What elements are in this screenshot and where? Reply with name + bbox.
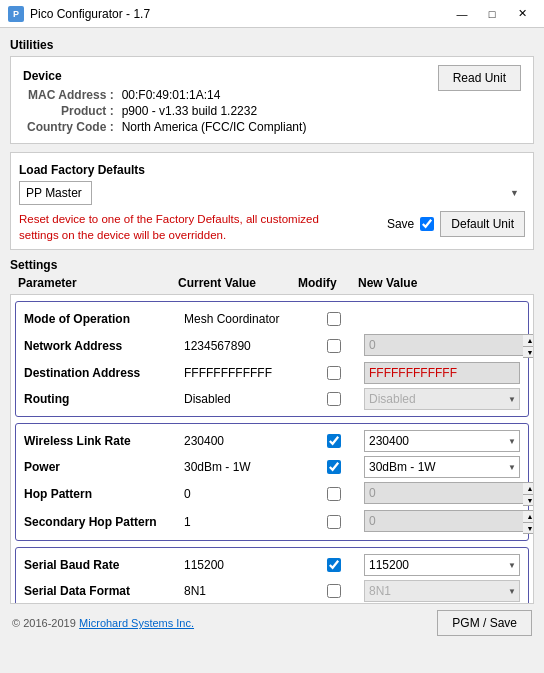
param-hop-pattern: Hop Pattern bbox=[24, 487, 184, 501]
modify-checkbox-power[interactable] bbox=[327, 460, 341, 474]
table-row: Hop Pattern 0 ▲ ▼ bbox=[16, 480, 528, 508]
modify-checkbox-secondary-hop[interactable] bbox=[327, 515, 341, 529]
current-hop-pattern: 0 bbox=[184, 487, 304, 501]
select-wrap-format[interactable]: 8N1 8E1 8O1 bbox=[364, 580, 520, 602]
save-label: Save bbox=[387, 217, 414, 231]
select-wireless[interactable]: 230400 115200 57600 bbox=[364, 430, 520, 452]
param-serial-baud-rate: Serial Baud Rate bbox=[24, 558, 184, 572]
modify-serial-data-format bbox=[304, 584, 364, 598]
input-destination[interactable] bbox=[364, 362, 520, 384]
param-wireless-link-rate: Wireless Link Rate bbox=[24, 434, 184, 448]
modify-checkbox-destination[interactable] bbox=[327, 366, 341, 380]
current-mode-of-operation: Mesh Coordinator bbox=[184, 312, 304, 326]
modify-checkbox-routing[interactable] bbox=[327, 392, 341, 406]
new-val-routing[interactable]: Disabled Enabled bbox=[364, 388, 520, 410]
current-destination-address: FFFFFFFFFFFF bbox=[184, 366, 304, 380]
modify-checkbox-hop[interactable] bbox=[327, 487, 341, 501]
spinner-buttons-hop: ▲ ▼ bbox=[523, 482, 534, 506]
header-parameter: Parameter bbox=[18, 276, 178, 290]
param-network-address: Network Address bbox=[24, 339, 184, 353]
param-power: Power bbox=[24, 460, 184, 474]
product-value: p900 - v1.33 build 1.2232 bbox=[118, 103, 311, 119]
modify-mode-of-operation bbox=[304, 312, 364, 326]
title-bar-left: P Pico Configurator - 1.7 bbox=[8, 6, 150, 22]
new-val-power[interactable]: 30dBm - 1W 27dBm 24dBm bbox=[364, 456, 520, 478]
default-unit-button[interactable]: Default Unit bbox=[440, 211, 525, 237]
header-new-value: New Value bbox=[358, 276, 526, 290]
current-network-address: 1234567890 bbox=[184, 339, 304, 353]
product-label: Product : bbox=[23, 103, 118, 119]
factory-select-wrapper[interactable]: PP Master PP Slave MP Master MP Slave bbox=[19, 181, 525, 205]
header-current-value: Current Value bbox=[178, 276, 298, 290]
spinner-secondary-hop[interactable]: ▲ ▼ bbox=[364, 510, 534, 534]
modify-checkbox-wireless[interactable] bbox=[327, 434, 341, 448]
spinner-up-network[interactable]: ▲ bbox=[523, 335, 534, 346]
select-baud[interactable]: 115200 57600 9600 bbox=[364, 554, 520, 576]
spinner-up-secondary-hop[interactable]: ▲ bbox=[523, 511, 534, 522]
maximize-button[interactable]: □ bbox=[478, 4, 506, 24]
select-format[interactable]: 8N1 8E1 8O1 bbox=[364, 580, 520, 602]
select-wrap-routing[interactable]: Disabled Enabled bbox=[364, 388, 520, 410]
new-val-wireless[interactable]: 230400 115200 57600 bbox=[364, 430, 520, 452]
current-routing: Disabled bbox=[184, 392, 304, 406]
modify-checkbox-network[interactable] bbox=[327, 339, 341, 353]
select-wrap-wireless[interactable]: 230400 115200 57600 bbox=[364, 430, 520, 452]
table-row: Wireless Link Rate 230400 230400 115200 … bbox=[16, 428, 528, 454]
modify-checkbox-format[interactable] bbox=[327, 584, 341, 598]
new-val-hop[interactable]: ▲ ▼ bbox=[364, 482, 534, 506]
spinner-down-secondary-hop[interactable]: ▼ bbox=[523, 522, 534, 533]
spinner-up-hop[interactable]: ▲ bbox=[523, 483, 534, 494]
param-destination-address: Destination Address bbox=[24, 366, 184, 380]
new-val-baud[interactable]: 115200 57600 9600 bbox=[364, 554, 520, 576]
settings-group-3: Serial Baud Rate 115200 115200 57600 960… bbox=[15, 547, 529, 604]
new-val-network[interactable]: ▲ ▼ bbox=[364, 334, 534, 358]
param-secondary-hop: Secondary Hop Pattern bbox=[24, 515, 184, 529]
country-value: North America (FCC/IC Compliant) bbox=[118, 119, 311, 135]
device-panel: Device MAC Address : 00:F0:49:01:1A:14 P… bbox=[10, 56, 534, 144]
app-title: Pico Configurator - 1.7 bbox=[30, 7, 150, 21]
settings-header: Parameter Current Value Modify New Value bbox=[10, 274, 534, 292]
select-power[interactable]: 30dBm - 1W 27dBm 24dBm bbox=[364, 456, 520, 478]
mac-value: 00:F0:49:01:1A:14 bbox=[118, 87, 311, 103]
modify-checkbox-baud[interactable] bbox=[327, 558, 341, 572]
spinner-network[interactable]: ▲ ▼ bbox=[364, 334, 534, 358]
modify-routing bbox=[304, 392, 364, 406]
company-link[interactable]: Microhard Systems Inc. bbox=[79, 617, 194, 629]
spinner-down-hop[interactable]: ▼ bbox=[523, 494, 534, 505]
new-val-destination[interactable] bbox=[364, 362, 520, 384]
table-row: Mode of Operation Mesh Coordinator bbox=[16, 306, 528, 332]
spinner-input-secondary-hop[interactable] bbox=[364, 510, 523, 532]
current-serial-baud-rate: 115200 bbox=[184, 558, 304, 572]
modify-checkbox-mode[interactable] bbox=[327, 312, 341, 326]
spinner-down-network[interactable]: ▼ bbox=[523, 346, 534, 357]
select-wrap-power[interactable]: 30dBm - 1W 27dBm 24dBm bbox=[364, 456, 520, 478]
footer-left: © 2016-2019 Microhard Systems Inc. bbox=[12, 616, 194, 630]
spinner-input-hop[interactable] bbox=[364, 482, 523, 504]
factory-bottom-row: Reset device to one of the Factory Defau… bbox=[19, 211, 525, 243]
table-row: Power 30dBm - 1W 30dBm - 1W 27dBm 24dBm bbox=[16, 454, 528, 480]
factory-select[interactable]: PP Master PP Slave MP Master MP Slave bbox=[19, 181, 92, 205]
title-controls: — □ ✕ bbox=[448, 4, 536, 24]
select-wrap-baud[interactable]: 115200 57600 9600 bbox=[364, 554, 520, 576]
new-val-secondary-hop[interactable]: ▲ ▼ bbox=[364, 510, 534, 534]
pgm-save-button[interactable]: PGM / Save bbox=[437, 610, 532, 636]
minimize-button[interactable]: — bbox=[448, 4, 476, 24]
spinner-buttons-secondary-hop: ▲ ▼ bbox=[523, 510, 534, 534]
factory-panel: Load Factory Defaults PP Master PP Slave… bbox=[10, 152, 534, 250]
spinner-input-network[interactable] bbox=[364, 334, 523, 356]
utilities-label: Utilities bbox=[10, 38, 534, 52]
table-row: Routing Disabled Disabled Enabled bbox=[16, 386, 528, 412]
save-checkbox[interactable] bbox=[420, 217, 434, 231]
current-wireless-link-rate: 230400 bbox=[184, 434, 304, 448]
read-unit-button[interactable]: Read Unit bbox=[438, 65, 521, 91]
select-routing[interactable]: Disabled Enabled bbox=[364, 388, 520, 410]
spinner-hop[interactable]: ▲ ▼ bbox=[364, 482, 534, 506]
new-val-format[interactable]: 8N1 8E1 8O1 bbox=[364, 580, 520, 602]
table-row: Serial Data Format 8N1 8N1 8E1 8O1 bbox=[16, 578, 528, 604]
close-button[interactable]: ✕ bbox=[508, 4, 536, 24]
settings-group-2: Wireless Link Rate 230400 230400 115200 … bbox=[15, 423, 529, 541]
device-label: Device bbox=[23, 69, 310, 83]
app-icon: P bbox=[8, 6, 24, 22]
current-power: 30dBm - 1W bbox=[184, 460, 304, 474]
factory-select-row: PP Master PP Slave MP Master MP Slave bbox=[19, 181, 525, 205]
